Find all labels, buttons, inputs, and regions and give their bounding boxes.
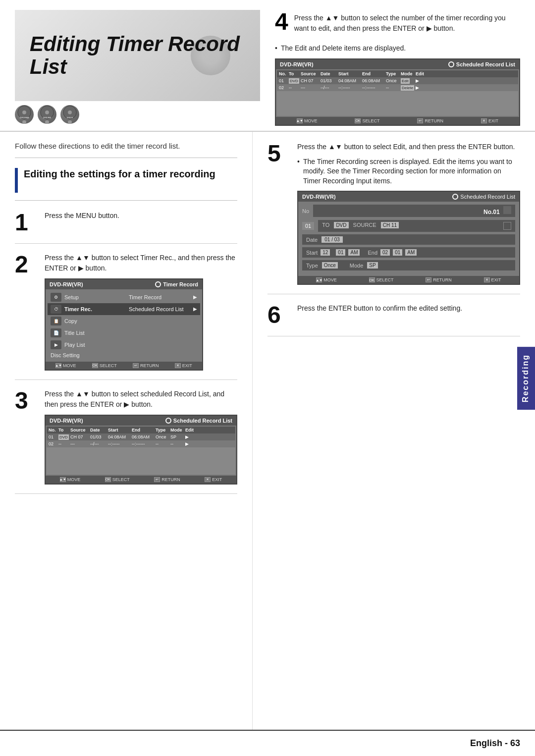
step5-bullet: The Timer Recording screen is displayed.… xyxy=(297,157,520,186)
step4-screen: DVD-RW(VR) Scheduled Record List No. To … xyxy=(275,58,520,126)
step1-content: Press the MENU button. xyxy=(40,211,237,234)
step3-row2: 02 -- --- --/--- --:----- --:------ -- -… xyxy=(47,440,235,447)
left-column: Follow these directions to edit the time… xyxy=(0,132,253,730)
step2-screen-footer: ▲▼MOVE OKSELECT ↩RETURN ✕EXIT xyxy=(46,362,202,370)
step3-circle-icon xyxy=(165,418,171,424)
circle-icon xyxy=(448,61,454,67)
timer-screen-circle xyxy=(452,194,458,200)
step3-move: ▲▼MOVE xyxy=(60,477,81,482)
step6-text: Press the ENTER button to confirm the ed… xyxy=(297,303,520,314)
title-list-icon: 📄 xyxy=(51,328,61,337)
step6-content: Press the ENTER button to confirm the ed… xyxy=(292,303,520,327)
timer-row-number: 01 TO DVD SOURCE CH 11 xyxy=(302,220,515,232)
menu-copy: 📋 Copy xyxy=(48,315,200,327)
step3-number: 3 xyxy=(15,389,40,485)
section-heading: Editing the settings for a timer recordi… xyxy=(15,168,237,201)
timer-type-mode-row: Type Once Mode SP xyxy=(302,260,515,270)
step3-col-headers: No. To Source Date Start End Type Mode E… xyxy=(47,427,235,433)
step4-row2: 02 -- --- --/--- --:----- --:------ -- D… xyxy=(277,84,518,91)
step3-table-body: No. To Source Date Start End Type Mode E… xyxy=(46,426,236,476)
step1-number: 1 xyxy=(15,211,40,234)
step5-exit: ✕EXIT xyxy=(484,277,501,282)
page-footer: English - 63 xyxy=(0,730,535,756)
step4-bullet: The Edit and Delete items are displayed. xyxy=(275,44,520,54)
timer-body: No No.01 01 TO xyxy=(298,202,519,276)
step5-screen-footer: ▲▼MOVE OKSELECT ↩RETURN ✕EXIT xyxy=(298,276,519,284)
step1-text: Press the MENU button. xyxy=(45,211,237,221)
exit-btn: ✕EXIT xyxy=(481,118,498,123)
intro-text: Follow these directions to edit the time… xyxy=(15,142,237,158)
step2-header-right: Timer Record xyxy=(155,281,198,287)
step6-block: 6 Press the ENTER button to confirm the … xyxy=(268,303,520,336)
step4-screen-right: Scheduled Record List xyxy=(448,61,515,67)
step5-content: Press the ▲▼ button to select Edit, and … xyxy=(292,142,520,285)
dvd-rw-icon: DVD-RW xyxy=(38,105,56,124)
step1-block: 1 Press the MENU button. xyxy=(15,211,237,244)
timer-circle-icon xyxy=(155,281,161,287)
main-content: Follow these directions to edit the time… xyxy=(0,132,535,730)
timer-rec-icon: ⏱ xyxy=(51,305,61,314)
recording-tab: Recording xyxy=(517,347,535,410)
timer-header-left: DVD-RW(VR) xyxy=(302,194,336,200)
page: Recording Editing Timer Record List DVD-… xyxy=(0,0,535,756)
menu-play-list: ▶ Play List xyxy=(48,339,200,351)
step3-empty-rows xyxy=(47,447,235,475)
step2-text: Press the ▲▼ button to select Timer Rec.… xyxy=(45,253,237,273)
page-title: Editing Timer Record List xyxy=(30,33,245,78)
step4-table-headers: No. To Source Date Start End Type Mode E… xyxy=(277,70,518,77)
menu-setup: ⚙ Setup Timer Record ▶ xyxy=(48,291,200,303)
step2-block: 2 Press the ▲▼ button to select Timer Re… xyxy=(15,253,237,380)
step4-screen-footer: ▲▼MOVE OKSELECT ↩RETURN ✕EXIT xyxy=(276,117,519,125)
step5-select: OKSELECT xyxy=(369,277,394,282)
timer-title-row: DVD-RW(VR) Scheduled Record List xyxy=(298,192,519,202)
step3-screen-footer: ▲▼MOVE OKSELECT ↩RETURN ✕EXIT xyxy=(46,476,236,484)
step5-return: ↩RETURN xyxy=(426,277,452,282)
timer-no-row: No No.01 xyxy=(302,205,515,217)
step4-text: Press the ▲▼ button to select the number… xyxy=(294,10,520,34)
timer-to-source-row: TO DVD SOURCE CH 11 xyxy=(318,220,515,232)
step2-exit: ✕EXIT xyxy=(175,363,192,368)
header-section: Editing Timer Record List DVD-RAM DVD-RW xyxy=(0,0,535,132)
step5-text: Press the ▲▼ button to select Edit, and … xyxy=(297,142,520,152)
section-heading-text: Editing the settings for a timer recordi… xyxy=(24,168,215,180)
step2-move: ▲▼MOVE xyxy=(55,363,76,368)
disc-icons-row: DVD-RAM DVD-RW DVD-R xyxy=(15,101,260,126)
menu-title-list: 📄 Title List xyxy=(48,327,200,339)
svg-text:DVD-RW: DVD-RW xyxy=(43,116,51,119)
dvd-r-icon: DVD-R xyxy=(60,105,79,124)
step4-empty-rows xyxy=(277,91,518,116)
header-right-content: 4 Press the ▲▼ button to select the numb… xyxy=(260,10,520,126)
step6-number: 6 xyxy=(268,303,292,327)
timer-no-value: No.01 xyxy=(313,205,515,217)
step3-content: Press the ▲▼ button to select scheduled … xyxy=(40,389,237,485)
step3-select: OKSELECT xyxy=(105,477,130,482)
step4-row1: 01 DVD CH 07 01/03 04:08AM 06:08AM Once … xyxy=(277,77,518,84)
step3-screen-header: DVD-RW(VR) Scheduled Record List xyxy=(46,416,236,426)
step4-table-body: No. To Source Date Start End Type Mode E… xyxy=(276,69,519,117)
step2-select: OKSELECT xyxy=(92,363,117,368)
step5-move: ▲▼MOVE xyxy=(316,277,337,282)
move-btn: ▲▼MOVE xyxy=(297,118,318,123)
menu-disc-setting: Disc Setting xyxy=(48,351,200,360)
step5-timer-screen: DVD-RW(VR) Scheduled Record List No xyxy=(297,191,520,285)
copy-icon: 📋 xyxy=(51,317,61,325)
step3-header-left: DVD-RW(VR) xyxy=(50,418,83,424)
step2-screen-header: DVD-RW(VR) Timer Record xyxy=(46,279,202,289)
step5-block: 5 Press the ▲▼ button to select Edit, an… xyxy=(268,142,520,295)
step4-screen-left: DVD-RW(VR) xyxy=(280,61,314,67)
step3-screen: DVD-RW(VR) Scheduled Record List No. To … xyxy=(45,415,237,485)
blue-bar xyxy=(15,168,18,193)
timer-header-right: Scheduled Record List xyxy=(452,194,515,200)
svg-point-1 xyxy=(22,110,26,114)
svg-point-7 xyxy=(68,110,72,114)
step3-exit: ✕EXIT xyxy=(205,477,222,482)
play-list-icon: ▶ xyxy=(51,340,61,349)
svg-text:DVD-RAM: DVD-RAM xyxy=(20,116,29,119)
timer-date-row: Date 01 / 03 xyxy=(302,234,515,245)
title-block: Editing Timer Record List xyxy=(15,10,260,101)
timer-start-end-row: Start 12 01 AM End 02 01 AM xyxy=(302,247,515,258)
step3-text: Press the ▲▼ button to select scheduled … xyxy=(45,389,237,410)
dvd-ram-icon: DVD-RAM xyxy=(15,105,34,124)
step2-content: Press the ▲▼ button to select Timer Rec.… xyxy=(40,253,237,371)
step2-number: 2 xyxy=(15,253,40,371)
